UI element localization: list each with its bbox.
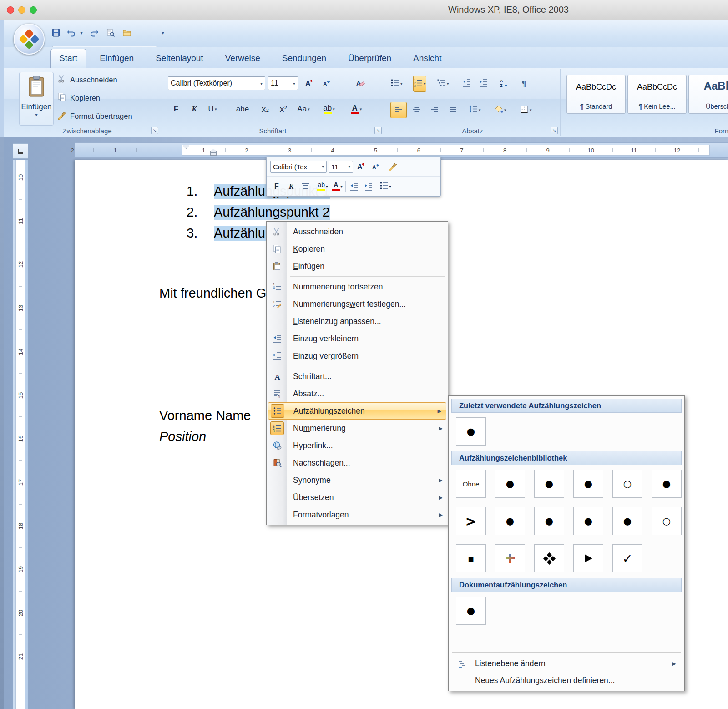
menu-item-aufzahlungszeichen[interactable]: Aufzählungszeichen▶ <box>268 402 446 420</box>
clipboard-dialog-launcher-icon[interactable]: ↘ <box>151 127 158 134</box>
bullet-cell-bullet-solid[interactable]: ● <box>573 470 603 498</box>
line-spacing-button[interactable]: ▾ <box>469 102 481 118</box>
font-size-combo[interactable]: 11▾ <box>268 76 298 90</box>
menu-item-listeneinzug-anpassen[interactable]: Listeneinzug anpassen... <box>267 313 447 330</box>
bullet-cell-bullet-hollow[interactable]: ○ <box>612 470 642 498</box>
menu-item-nummerierungswert-festlegen[interactable]: 12Nummerierungswert festlegen... <box>267 295 447 313</box>
tab-verweise[interactable]: Verweise <box>217 49 269 68</box>
bullet-cell-multicolor-plus[interactable] <box>495 544 525 572</box>
mini-increase-indent-icon[interactable] <box>362 180 375 193</box>
mini-highlight-button[interactable]: ab▾ <box>316 180 329 193</box>
menu-item-absatz[interactable]: ¶Absatz... <box>267 385 447 402</box>
mini-decrease-indent-icon[interactable] <box>348 180 360 193</box>
text-highlight-button[interactable]: ab▾ <box>322 102 336 116</box>
menu-item-einfugen[interactable]: Einfügen <box>267 258 447 275</box>
menu-item-formatvorlagen[interactable]: Formatvorlagen▶ <box>267 506 447 523</box>
bullet-cell-bullet-solid[interactable]: ● <box>534 470 564 498</box>
menu-item-einzug-verkleinern[interactable]: Einzug verkleinern <box>267 330 447 347</box>
bullets-button[interactable]: ▾ <box>390 76 403 92</box>
sort-button[interactable]: AZ <box>500 76 509 92</box>
strikethrough-button[interactable]: abe <box>235 102 250 116</box>
bullet-cell-checkmark[interactable]: ✓ <box>612 544 642 572</box>
style-card-standard[interactable]: AaBbCcDc¶ Standard <box>566 75 626 114</box>
menu-item-kopieren[interactable]: Kopieren <box>267 240 447 258</box>
print-preview-icon[interactable] <box>104 26 117 39</box>
horizontal-ruler[interactable]: 21123456789101112 <box>75 142 728 158</box>
bullet-cell-square[interactable]: ▪ <box>456 544 486 572</box>
show-marks-button[interactable]: ¶ <box>521 76 526 92</box>
mini-bold-button[interactable]: F <box>270 180 283 193</box>
menu-item-einzug-vergrossern[interactable]: Einzug vergrößern <box>267 347 447 365</box>
zoom-window-button[interactable] <box>30 6 37 14</box>
bullet-cell-arrowhead[interactable] <box>573 544 603 572</box>
mini-shrink-font-icon[interactable]: A <box>369 160 382 173</box>
menu-item-schriftart[interactable]: ASchriftart... <box>267 368 447 385</box>
tab-uberprufen[interactable]: Überprüfen <box>339 49 400 68</box>
minimize-window-button[interactable] <box>18 6 25 14</box>
mini-font-size-combo[interactable]: 11▾ <box>329 161 353 173</box>
define-new-bullet-item[interactable]: Neues Aufzählungszeichen definieren... <box>450 672 682 689</box>
increase-indent-button[interactable] <box>479 76 488 92</box>
paste-dropdown-icon[interactable]: ▾ <box>35 112 37 117</box>
bullet-cell-arrow-gt[interactable]: > <box>456 507 486 535</box>
mini-format-painter-icon[interactable] <box>386 160 399 173</box>
bullet-cell-bullet-solid[interactable]: ● <box>495 470 525 498</box>
menu-item-nachschlagen[interactable]: Nachschlagen... <box>267 454 447 471</box>
menu-item-ubersetzen[interactable]: Übersetzen▶ <box>267 489 447 506</box>
bold-button[interactable]: F <box>169 102 183 116</box>
undo-dropdown-icon[interactable]: ▾ <box>78 26 85 39</box>
subscript-button[interactable]: x₂ <box>258 102 273 116</box>
font-color-button[interactable]: A▾ <box>349 102 364 116</box>
bullet-cell-four-diamonds[interactable] <box>534 544 564 572</box>
change-case-button[interactable]: Aa▾ <box>296 102 311 116</box>
bullet-cell-none[interactable]: Ohne <box>456 470 486 498</box>
office-button[interactable] <box>14 24 45 55</box>
borders-button[interactable]: ▾ <box>520 102 532 118</box>
mini-bullets-button[interactable]: ▾ <box>379 180 392 193</box>
shading-button[interactable]: ▾ <box>494 102 506 118</box>
save-icon[interactable] <box>49 26 63 39</box>
shrink-font-icon[interactable]: A <box>319 76 334 91</box>
copy-button[interactable]: Kopieren <box>57 92 100 104</box>
open-icon[interactable] <box>120 26 134 39</box>
bullet-cell-bullet-hollow[interactable]: ○ <box>652 507 682 535</box>
bullet-cell-bullet-solid[interactable]: ● <box>456 417 486 446</box>
customize-qat-icon[interactable]: ▾ <box>159 26 167 39</box>
mini-italic-button[interactable]: K <box>285 180 298 193</box>
undo-icon[interactable] <box>65 26 78 39</box>
menu-item-synonyme[interactable]: Synonyme▶ <box>267 471 447 489</box>
align-justify-button[interactable] <box>445 102 461 118</box>
paragraph-dialog-launcher-icon[interactable]: ↘ <box>551 127 558 134</box>
paste-button[interactable]: Einfügen ▾ <box>19 72 54 126</box>
mini-grow-font-icon[interactable]: A <box>355 160 368 173</box>
style-card-kein-lee[interactable]: AaBbCcDc¶ Kein Lee... <box>627 75 687 114</box>
bullet-cell-bullet-solid[interactable]: ● <box>456 597 486 625</box>
multilevel-list-button[interactable]: ▾ <box>437 76 449 92</box>
menu-item-ausschneiden[interactable]: Ausschneiden <box>267 223 447 240</box>
redo-icon[interactable] <box>87 26 101 39</box>
superscript-button[interactable]: x² <box>276 102 291 116</box>
cut-button[interactable]: Ausschneiden <box>57 74 117 86</box>
font-dialog-launcher-icon[interactable]: ↘ <box>374 127 382 134</box>
mini-align-center-button[interactable] <box>299 180 312 193</box>
underline-button[interactable]: U▾ <box>205 102 220 116</box>
align-center-button[interactable] <box>409 102 425 118</box>
bullet-cell-bullet-solid[interactable]: ● <box>573 507 603 535</box>
close-window-button[interactable] <box>7 6 14 14</box>
tab-einfugen[interactable]: Einfügen <box>91 49 142 68</box>
change-list-level-item[interactable]: Listenebene ändern ▶ <box>450 655 682 672</box>
menu-item-hyperlink[interactable]: Hyperlink... <box>267 437 447 454</box>
grow-font-icon[interactable]: A <box>302 76 317 91</box>
format-painter-button[interactable]: Format übertragen <box>57 110 132 122</box>
align-right-button[interactable] <box>427 102 443 118</box>
clear-formatting-icon[interactable]: A <box>353 76 368 91</box>
mini-font-color-button[interactable]: A▾ <box>331 180 344 193</box>
vertical-ruler[interactable]: 101112131415161718192021 <box>13 160 28 709</box>
decrease-indent-button[interactable] <box>462 76 471 92</box>
tab-selector[interactable] <box>13 143 28 159</box>
bullet-cell-bullet-solid[interactable]: ● <box>495 507 525 535</box>
font-name-combo[interactable]: Calibri (Textkörper)▾ <box>168 76 265 90</box>
bullet-cell-bullet-solid[interactable]: ● <box>612 507 642 535</box>
tab-sendungen[interactable]: Sendungen <box>273 49 335 68</box>
bullet-cell-bullet-solid[interactable]: ● <box>534 507 564 535</box>
